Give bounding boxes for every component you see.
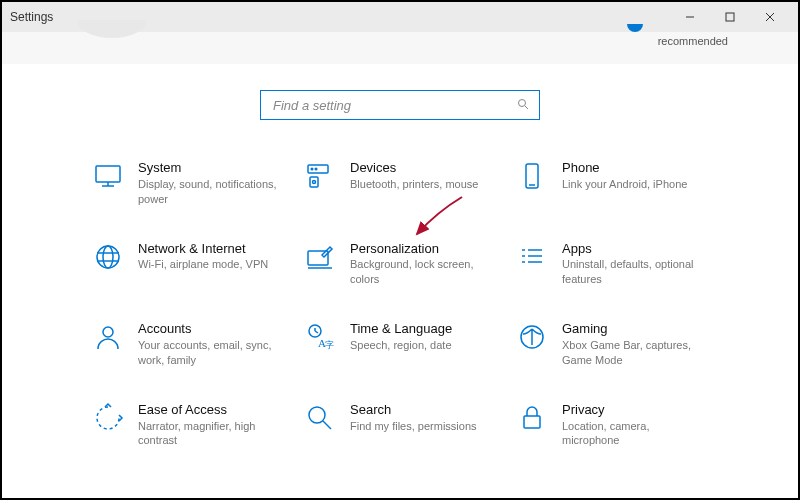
category-accounts[interactable]: Accounts Your accounts, email, sync, wor… [92,321,284,368]
category-desc: Find my files, permissions [350,419,477,434]
category-search[interactable]: Search Find my files, permissions [304,402,496,449]
time-lang-icon: A字 [304,321,336,353]
category-phone[interactable]: Phone Link your Android, iPhone [516,160,708,207]
close-button[interactable] [750,5,790,29]
window-controls [670,5,790,29]
search-icon [517,98,529,113]
category-desc: Background, lock screen, colors [350,257,496,287]
category-title: Gaming [562,321,708,338]
category-title: Accounts [138,321,284,338]
svg-line-31 [315,331,318,333]
svg-point-13 [313,181,316,184]
category-title: Devices [350,160,478,177]
settings-window: Settings recommended [0,0,800,500]
svg-point-11 [315,168,317,170]
apps-icon [516,241,548,273]
category-desc: Uninstall, defaults, optional features [562,257,708,287]
category-desc: Speech, region, date [350,338,452,353]
category-apps[interactable]: Apps Uninstall, defaults, optional featu… [516,241,708,288]
category-system[interactable]: System Display, sound, notifications, po… [92,160,284,207]
category-title: Time & Language [350,321,452,338]
svg-line-5 [525,106,528,109]
svg-text:字: 字 [325,340,334,350]
category-desc: Your accounts, email, sync, work, family [138,338,284,368]
search-container [2,90,798,120]
svg-point-10 [311,168,313,170]
person-icon [92,321,124,353]
category-privacy[interactable]: Privacy Location, camera, microphone [516,402,708,449]
category-title: System [138,160,284,177]
globe-icon [92,241,124,273]
category-title: Search [350,402,477,419]
svg-rect-1 [726,13,734,21]
category-title: Network & Internet [138,241,268,258]
avatar-icon [77,20,147,38]
category-desc: Display, sound, notifications, power [138,177,284,207]
category-desc: Wi-Fi, airplane mode, VPN [138,257,268,272]
header-band: recommended [2,32,798,64]
phone-icon [516,160,548,192]
category-desc: Location, camera, microphone [562,419,708,449]
monitor-icon [92,160,124,192]
category-desc: Narrator, magnifier, high contrast [138,419,284,449]
category-title: Apps [562,241,708,258]
category-desc: Bluetooth, printers, mouse [350,177,478,192]
svg-rect-20 [308,251,328,265]
search-box[interactable] [260,90,540,120]
account-status-text: recommended [658,35,728,47]
svg-line-36 [323,421,331,429]
svg-point-4 [519,99,526,106]
category-ease-of-access[interactable]: Ease of Access Narrator, magnifier, high… [92,402,284,449]
gaming-icon [516,321,548,353]
svg-rect-37 [524,416,540,428]
privacy-icon [516,402,548,434]
svg-point-35 [309,407,325,423]
category-personalization[interactable]: Personalization Background, lock screen,… [304,241,496,288]
search-input[interactable] [271,97,517,114]
maximize-button[interactable] [710,5,750,29]
category-title: Ease of Access [138,402,284,419]
category-network[interactable]: Network & Internet Wi-Fi, airplane mode,… [92,241,284,288]
category-title: Phone [562,160,687,177]
minimize-button[interactable] [670,5,710,29]
category-devices[interactable]: Devices Bluetooth, printers, mouse [304,160,496,207]
category-gaming[interactable]: Gaming Xbox Game Bar, captures, Game Mod… [516,321,708,368]
category-time-language[interactable]: A字 Time & Language Speech, region, date [304,321,496,368]
svg-rect-12 [310,177,318,187]
ease-icon [92,402,124,434]
window-title: Settings [10,10,53,24]
svg-rect-6 [96,166,120,182]
category-title: Privacy [562,402,708,419]
svg-point-17 [103,246,113,268]
category-desc: Xbox Game Bar, captures, Game Mode [562,338,708,368]
devices-icon [304,160,336,192]
svg-point-16 [97,246,119,268]
categories-grid: System Display, sound, notifications, po… [92,160,708,448]
search-icon [304,402,336,434]
svg-point-28 [103,327,113,337]
category-desc: Link your Android, iPhone [562,177,687,192]
content-area: System Display, sound, notifications, po… [2,62,798,498]
brush-icon [304,241,336,273]
category-title: Personalization [350,241,496,258]
